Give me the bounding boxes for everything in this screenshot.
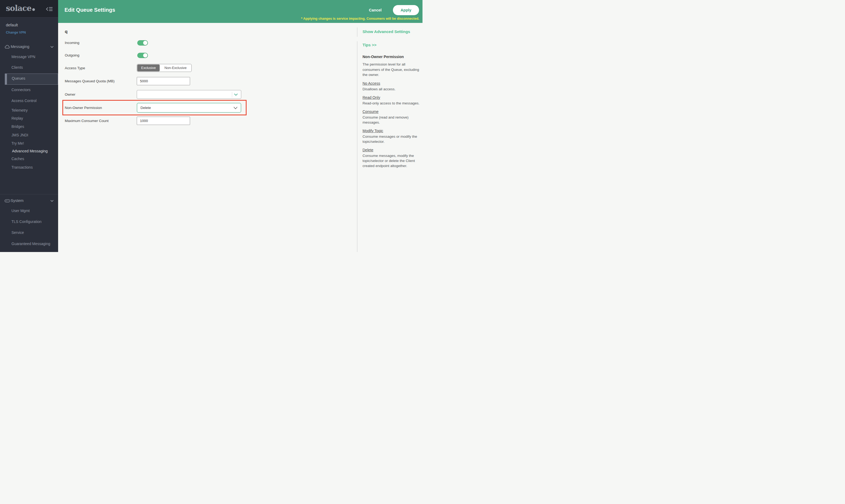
sidebar-item-guaranteed-messaging[interactable]: Guaranteed Messaging	[12, 241, 50, 246]
toggle-knob	[143, 53, 147, 57]
chevron-down-icon	[233, 107, 237, 109]
incoming-toggle[interactable]	[137, 40, 148, 46]
toggle-knob	[143, 41, 147, 45]
quota-label: Messages Queued Quota (MB)	[65, 79, 115, 83]
sidebar-section-messaging[interactable]: Messaging	[11, 44, 29, 49]
chevron-down-icon[interactable]	[50, 46, 54, 48]
sidebar-item-try-me[interactable]: Try Me!	[12, 141, 24, 145]
tip-definition: Consume messages or modify the topic/sel…	[363, 134, 421, 144]
apply-button[interactable]: Apply	[393, 5, 419, 15]
sidebar-item-connectors[interactable]: Connectors	[12, 88, 31, 92]
sidebar-item-telemetry[interactable]: Telemetry	[12, 108, 28, 112]
sidebar	[0, 0, 58, 252]
tips-panel: Tips >> Non-Owner Permission The permiss…	[363, 42, 421, 168]
sidebar-section-system[interactable]: System	[11, 198, 23, 203]
tip-definition: Read-only access to the messages.	[363, 101, 421, 106]
logo-dot-icon	[32, 8, 35, 11]
chevron-down-icon[interactable]	[50, 200, 54, 202]
chevron-down-icon	[234, 93, 238, 96]
change-vpn-link[interactable]: Change VPN	[6, 31, 26, 34]
owner-label: Owner	[65, 92, 75, 96]
sidebar-item-clients[interactable]: Clients	[12, 65, 23, 70]
access-type-segmented-control: Exclusive Non-Exclusive	[137, 64, 192, 72]
tip-term-consume[interactable]: Consume	[363, 109, 421, 114]
outgoing-label: Outgoing	[65, 53, 80, 57]
quota-input[interactable]	[137, 77, 190, 85]
incoming-label: Incoming	[65, 41, 80, 45]
queue-name-heading: q	[65, 29, 67, 34]
non-owner-permission-dropdown[interactable]: Delete	[137, 103, 241, 113]
sidebar-item-replay[interactable]: Replay	[12, 116, 23, 121]
access-type-exclusive-button[interactable]: Exclusive	[137, 65, 160, 71]
access-type-non-exclusive-button[interactable]: Non-Exclusive	[160, 65, 191, 71]
sidebar-item-transactions[interactable]: Transactions	[12, 165, 33, 169]
tips-panel-divider	[357, 41, 357, 252]
non-owner-permission-label: Non-Owner Permission	[65, 106, 102, 110]
sidebar-item-jms-jndi[interactable]: JMS JNDI	[12, 133, 28, 137]
cancel-button[interactable]: Cancel	[369, 8, 382, 12]
sidebar-item-service[interactable]: Service	[12, 230, 24, 235]
max-consumer-count-input[interactable]	[137, 117, 190, 125]
system-icon	[4, 199, 10, 203]
tips-heading: Non-Owner Permission	[363, 55, 421, 59]
sidebar-item-advanced-messaging[interactable]: Advanced Messaging	[12, 149, 48, 153]
sidebar-item-user-mgmt[interactable]: User Mgmt	[12, 209, 30, 213]
sidebar-item-bridges[interactable]: Bridges	[12, 124, 24, 129]
cloud-icon	[4, 45, 10, 49]
outgoing-toggle[interactable]	[137, 53, 148, 58]
show-advanced-settings-link[interactable]: Show Advanced Settings	[363, 29, 410, 34]
advanced-settings-divider	[357, 28, 357, 37]
owner-dropdown[interactable]	[137, 90, 241, 99]
access-type-label: Access Type	[65, 66, 85, 70]
sidebar-item-tls-configuration[interactable]: TLS Configuration	[12, 219, 41, 224]
sidebar-divider	[0, 194, 58, 195]
sidebar-item-message-vpn[interactable]: Message VPN	[12, 55, 35, 59]
sidebar-item-queues[interactable]: Queues	[12, 76, 25, 80]
tip-term-modify-topic[interactable]: Modify Topic	[363, 129, 421, 133]
page-title: Edit Queue Settings	[65, 7, 115, 13]
tip-term-delete[interactable]: Delete	[363, 148, 421, 152]
tip-term-no-access[interactable]: No Access	[363, 81, 421, 86]
tips-description: The permission level for all consumers o…	[363, 62, 421, 77]
tip-definition: Disallows all access.	[363, 87, 421, 92]
sidebar-selected-bar	[5, 73, 7, 85]
max-consumer-count-label: Maximum Consumer Count	[65, 119, 108, 123]
sidebar-item-caches[interactable]: Caches	[12, 157, 24, 161]
tip-term-read-only[interactable]: Read Only	[363, 95, 421, 100]
tip-definition: Consume messages, modify the topic/selec…	[363, 153, 421, 168]
tips-link[interactable]: Tips >>	[363, 42, 421, 47]
non-owner-permission-value: Delete	[140, 103, 151, 112]
sidebar-item-access-control[interactable]: Access Control	[12, 98, 36, 103]
apply-warning-text: * Applying changes is service impacting.…	[301, 17, 419, 20]
tip-definition: Consume (read and remove) messages.	[363, 115, 421, 125]
collapse-sidebar-icon[interactable]	[46, 6, 53, 12]
solace-logo: solace	[6, 4, 35, 13]
current-vpn-name: default	[6, 23, 18, 27]
